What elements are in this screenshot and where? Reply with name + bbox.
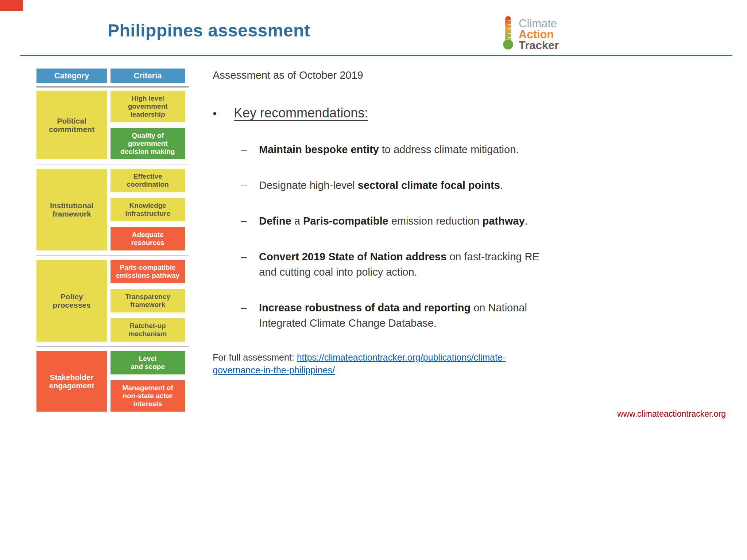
recommendation-item: –Designate high-level sectoral climate f… [241, 178, 556, 193]
assessment-table: Category Criteria Political commitmentHi… [36, 69, 189, 412]
criteria-stack: Paris-compatible emissions pathwayTransp… [111, 260, 185, 342]
corner-accent-strip [0, 0, 23, 11]
climate-action-tracker-logo: Climate Action Tracker [500, 15, 559, 51]
title-divider-rule [20, 55, 732, 56]
table-header-row: Category Criteria [36, 69, 189, 83]
category-cell: Policy processes [36, 260, 107, 342]
page-title: Philippines assessment [108, 20, 310, 40]
key-recommendations-heading: • Key recommendations: [213, 105, 556, 121]
category-group: Policy processesParis-compatible emissio… [36, 260, 189, 342]
recommendation-item: –Maintain bespoke entity to address clim… [241, 142, 556, 157]
criteria-cell: Transparency framework [111, 289, 185, 312]
website-footer-text: www.climateactiontracker.org [617, 409, 726, 419]
dash-marker: – [241, 213, 259, 229]
category-group: Political commitmentHigh level governmen… [36, 91, 189, 159]
category-column-header: Category [36, 69, 107, 83]
dash-marker: – [241, 300, 259, 331]
recommendation-item: –Convert 2019 State of Nation address on… [241, 249, 556, 280]
header-separator [36, 86, 189, 88]
criteria-cell: Knowledge infrastructure [111, 198, 185, 221]
group-separator [36, 255, 189, 256]
criteria-cell: High level government leadership [111, 91, 185, 122]
dash-marker: – [241, 142, 259, 157]
criteria-stack: Effective coordinationKnowledge infrastr… [111, 169, 185, 250]
recommendation-item: –Increase robustness of data and reporti… [241, 300, 556, 331]
recommendation-text: Maintain bespoke entity to address clima… [259, 142, 555, 157]
criteria-stack: High level government leadershipQuality … [111, 91, 185, 159]
criteria-cell: Adequate resources [111, 227, 185, 250]
criteria-cell: Quality of government decision making [111, 128, 185, 159]
logo-wordmark: Climate Action Tracker [519, 18, 559, 51]
key-recommendations-label: Key recommendations: [234, 105, 368, 121]
recommendation-text: Increase robustness of data and reportin… [259, 300, 555, 331]
full-assessment-line: For full assessment: https://climateacti… [213, 351, 550, 377]
logo-word-climate: Climate [519, 18, 559, 29]
category-cell: Institutional framework [36, 169, 107, 250]
dash-marker: – [241, 178, 259, 193]
group-separator [36, 346, 189, 347]
criteria-cell: Management of non-state actor interests [111, 380, 185, 412]
full-assessment-prefix: For full assessment: [213, 352, 297, 362]
recommendation-text: Convert 2019 State of Nation address on … [259, 249, 555, 280]
group-separator [36, 164, 189, 164]
category-cell: Political commitment [36, 91, 107, 159]
criteria-column-header: Criteria [111, 69, 185, 83]
criteria-cell: Level and scope [111, 351, 185, 374]
criteria-cell: Effective coordination [111, 169, 185, 192]
right-content: Assessment as of October 2019 • Key reco… [213, 69, 556, 377]
category-group: Stakeholder engagementLevel and scopeMan… [36, 351, 189, 412]
criteria-cell: Ratchet-up mechanism [111, 318, 185, 342]
assessment-table-groups: Political commitmentHigh level governmen… [36, 91, 189, 412]
category-cell: Stakeholder engagement [36, 351, 107, 412]
criteria-stack: Level and scopeManagement of non-state a… [111, 351, 185, 412]
dash-marker: – [241, 249, 259, 280]
slide: Philippines assessment Climate Action Tr… [0, 0, 747, 560]
category-group: Institutional frameworkEffective coordin… [36, 169, 189, 250]
assessment-date: Assessment as of October 2019 [213, 69, 556, 81]
bullet-marker: • [213, 107, 234, 120]
recommendation-text: Define a Paris-compatible emission reduc… [259, 213, 555, 229]
recommendation-list: –Maintain bespoke entity to address clim… [213, 142, 556, 331]
recommendation-text: Designate high-level sectoral climate fo… [259, 178, 555, 193]
thermometer-icon [500, 15, 516, 50]
logo-word-tracker: Tracker [519, 40, 559, 51]
recommendation-item: –Define a Paris-compatible emission redu… [241, 213, 556, 229]
logo-word-action: Action [519, 29, 559, 40]
criteria-cell: Paris-compatible emissions pathway [111, 260, 185, 283]
